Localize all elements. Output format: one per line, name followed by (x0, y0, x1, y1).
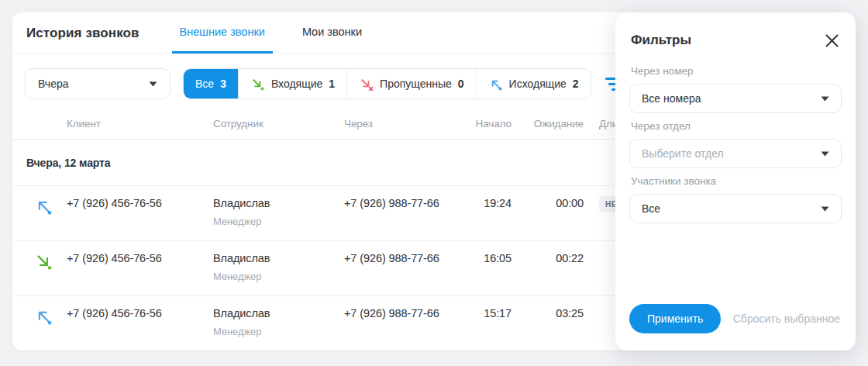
page-title: История звонков (26, 26, 140, 41)
filters-panel-footer: Применить Сбросить выбранное (629, 304, 842, 338)
employee-role: Менеджер (213, 326, 344, 337)
segment-missed-calls[interactable]: Пропущенные 0 (346, 69, 475, 98)
field-via-department: Через отдел Выберите отдел (629, 120, 842, 168)
outgoing-call-icon (488, 77, 503, 92)
client-number: +7 (926) 456-76-56 (67, 252, 213, 264)
segment-count: 2 (573, 78, 579, 90)
missed-call-icon (359, 77, 374, 92)
field-call-participants: Участники звонка Все (629, 175, 842, 223)
tabs: Внешние звонки Мои звонки (172, 12, 391, 54)
field-label: Через номер (629, 65, 842, 77)
select-placeholder: Выберите отдел (642, 147, 724, 160)
period-select[interactable]: Вчера (25, 68, 170, 99)
col-header-via: Через (344, 116, 469, 129)
segment-label: Входящие (271, 78, 322, 90)
via-department-select[interactable]: Выберите отдел (629, 139, 842, 168)
col-header-client: Клиент (67, 116, 213, 129)
reset-selected-button[interactable]: Сбросить выбранное (732, 312, 842, 325)
apply-button[interactable]: Применить (629, 304, 721, 333)
incoming-call-icon (34, 252, 53, 271)
field-label: Участники звонка (629, 175, 842, 187)
field-label: Через отдел (629, 120, 842, 132)
chevron-down-icon (821, 206, 829, 212)
client-number: +7 (926) 456-76-56 (67, 197, 213, 209)
employee-role: Менеджер (213, 271, 344, 282)
chevron-down-icon (821, 151, 829, 157)
employee-name: Владислав (213, 197, 344, 209)
start-time: 19:24 (469, 197, 512, 209)
segment-count: 3 (220, 78, 226, 90)
outgoing-call-icon (34, 307, 53, 326)
segment-count: 0 (458, 78, 464, 90)
col-header-employee: Сотрудник (213, 116, 344, 129)
close-button[interactable] (823, 32, 840, 49)
segment-label: Все (195, 78, 214, 90)
chevron-down-icon (821, 96, 829, 102)
select-value: Все (642, 202, 660, 215)
incoming-call-icon (250, 77, 265, 92)
tab-external-calls[interactable]: Внешние звонки (172, 12, 273, 54)
call-history-page: История звонков Внешние звонки Мои звонк… (0, 0, 868, 366)
start-time: 15:17 (469, 307, 512, 319)
outgoing-call-icon (34, 197, 53, 216)
wait-time: 00:22 (512, 252, 584, 264)
segment-label: Исходящие (509, 78, 567, 90)
chevron-down-icon (149, 81, 157, 87)
segment-count: 1 (329, 78, 335, 90)
call-participants-select[interactable]: Все (629, 194, 842, 223)
tab-my-calls[interactable]: Мои звонки (294, 12, 370, 54)
filters-panel-title: Фильтры (631, 33, 691, 48)
col-header-wait: Ожидание (512, 116, 584, 129)
via-number-select[interactable]: Все номера (629, 84, 842, 113)
wait-time: 00:00 (512, 197, 584, 209)
select-value: Все номера (642, 92, 701, 105)
filters-panel: Фильтры Через номер Все номера Через отд… (615, 12, 856, 350)
client-number: +7 (926) 456-76-56 (67, 307, 213, 319)
col-header-start: Начало (469, 116, 512, 129)
wait-time: 03:25 (512, 307, 584, 319)
segment-label: Пропущенные (380, 78, 452, 90)
period-select-value: Вчера (38, 78, 69, 90)
call-type-segmented-control: Все 3 Входящие 1 Пропущенные 0 Исходящие… (183, 68, 591, 99)
segment-outgoing-calls[interactable]: Исходящие 2 (476, 69, 591, 98)
employee-name: Владислав (213, 252, 344, 264)
via-number: +7 (926) 988-77-66 (344, 197, 469, 209)
via-number: +7 (926) 988-77-66 (344, 252, 469, 264)
filters-panel-header: Фильтры (629, 12, 842, 58)
field-via-number: Через номер Все номера (629, 65, 842, 113)
segment-all-calls[interactable]: Все 3 (184, 69, 238, 98)
segment-incoming-calls[interactable]: Входящие 1 (238, 69, 346, 98)
employee-role: Менеджер (213, 216, 344, 227)
close-icon (825, 34, 839, 47)
via-number: +7 (926) 988-77-66 (344, 307, 469, 319)
employee-name: Владислав (213, 307, 344, 319)
start-time: 16:05 (469, 252, 512, 264)
